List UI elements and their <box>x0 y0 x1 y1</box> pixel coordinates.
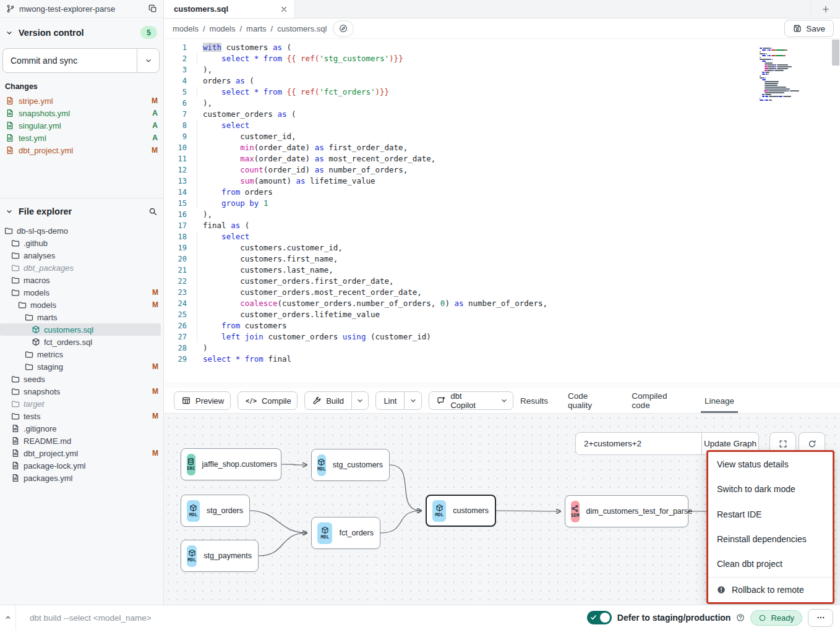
toolbar-dropdown-build[interactable] <box>351 392 368 409</box>
lineage-node-stg-orders[interactable]: MDLstg_orders <box>181 495 250 527</box>
tree-item-target[interactable]: target <box>0 398 161 410</box>
toolbar-dropdown-dbt-copilot[interactable] <box>495 392 513 409</box>
commit-and-sync-button[interactable]: Commit and sync <box>2 48 160 73</box>
tree-item-snapshots[interactable]: snapshotsM <box>0 385 161 398</box>
change-row-test-yml[interactable]: test.ymlA <box>0 132 163 144</box>
tree-item-readme-md[interactable]: README.md <box>0 435 161 447</box>
tree-item-db-sl-qs-demo[interactable]: db-sl-qs-demo <box>0 224 161 237</box>
toolbar-button-lint[interactable]: Lint <box>375 391 422 410</box>
toolbar-button-label[interactable]: Build <box>305 392 351 409</box>
toolbar-button-build[interactable]: Build <box>304 391 369 410</box>
expand-command-bar-button[interactable] <box>0 605 16 630</box>
expand-icon <box>779 440 787 448</box>
toolbar-button-compile[interactable]: Compile <box>238 391 298 410</box>
lineage-filter-input[interactable] <box>576 433 701 454</box>
lineage-canvas[interactable]: SRCjaffle_shop.customersMDLstg_customers… <box>164 413 840 605</box>
branch-row: mwong-test-explorer-parse <box>0 0 163 18</box>
tree-item-package-lock-yml[interactable]: package-lock.yml <box>0 459 161 472</box>
panel-tab-results[interactable]: Results <box>520 388 548 413</box>
save-label: Save <box>806 24 825 33</box>
tree-item-macros[interactable]: macros <box>0 274 161 286</box>
panel-tab-lineage[interactable]: Lineage <box>705 388 734 413</box>
editor-horizontal-scrollbar[interactable] <box>164 382 840 388</box>
toolbar-button-label[interactable]: Compile <box>238 392 298 409</box>
change-row-singular-yml[interactable]: singular.ymlA <box>0 119 163 132</box>
menu-item-clean-dbt-project[interactable]: Clean dbt project <box>708 551 833 576</box>
toolbar-button-label[interactable]: Preview <box>174 392 231 409</box>
menu-item-reinstall-dependencies[interactable]: Reinstall dependencies <box>708 527 833 551</box>
code-text: customer_orders.lifetime_value <box>187 309 380 320</box>
tree-item-staging[interactable]: stagingM <box>0 360 161 373</box>
tree-item-customers-sql[interactable]: customers.sql <box>0 323 161 336</box>
lineage-node-fct-orders[interactable]: MDLfct_orders <box>311 517 380 549</box>
tree-item-fct-orders-sql[interactable]: fct_orders.sql <box>0 336 161 348</box>
save-button[interactable]: Save <box>784 20 834 37</box>
tree-item-metrics[interactable]: metrics <box>0 348 161 360</box>
menu-item-rollback-to-remote[interactable]: Rollback to remote <box>708 577 833 602</box>
file-explorer-header[interactable]: File explorer <box>0 198 163 222</box>
copy-branch-icon[interactable] <box>148 4 157 13</box>
tree-item-packages-yml[interactable]: packages.yml <box>0 472 161 484</box>
commit-and-sync-label[interactable]: Commit and sync <box>3 49 137 72</box>
tree-item-name: db-sl-qs-demo <box>17 226 158 236</box>
tab-customers-sql[interactable]: customers.sql <box>164 0 295 18</box>
tree-item-tests[interactable]: testsM <box>0 410 161 422</box>
help-icon[interactable] <box>736 613 745 622</box>
breadcrumb-item-models[interactable]: models <box>173 24 199 33</box>
defer-toggle[interactable] <box>587 611 612 624</box>
panel-tab-compiled-code[interactable]: Compiled code <box>632 388 685 413</box>
toolbar-button-label[interactable]: dbt Copilot <box>429 392 495 409</box>
panel-tab-code-quality[interactable]: Code quality <box>568 388 612 413</box>
explore-lineage-button[interactable] <box>333 20 354 37</box>
menu-item-view-status-details[interactable]: View status details <box>708 452 833 477</box>
lineage-node-jaffle-shop-customers[interactable]: SRCjaffle_shop.customers <box>181 448 281 480</box>
change-row-dbt-project-yml[interactable]: dbt_project.ymlM <box>0 144 163 156</box>
command-input[interactable]: dbt build --select <model_name> <box>30 613 152 623</box>
indent-guide <box>197 265 197 276</box>
tree-item-dbt-packages[interactable]: dbt_packages <box>0 262 161 274</box>
code-text: select * from {{ ref('stg_customers')}} <box>187 53 403 64</box>
tree-item-analyses[interactable]: analyses <box>0 249 161 262</box>
editor-minimap[interactable] <box>760 48 799 101</box>
toolbar-dropdown-lint[interactable] <box>404 392 421 409</box>
node-type-label: SRC <box>187 466 195 471</box>
toolbar-button-preview[interactable]: Preview <box>174 391 231 410</box>
menu-item-switch-to-dark-mode[interactable]: Switch to dark mode <box>708 477 833 501</box>
lineage-node-stg-customers[interactable]: MDLstg_customers <box>311 449 390 481</box>
change-row-snapshots-yml[interactable]: snapshots.ymlA <box>0 107 163 119</box>
tree-item-seeds[interactable]: seeds <box>0 373 161 385</box>
toolbar-button-label[interactable]: Lint <box>376 392 404 409</box>
code-line: 1with customers as ( <box>164 42 840 53</box>
new-tab-button[interactable] <box>810 0 840 18</box>
lineage-node-stg-payments[interactable]: MDLstg_payments <box>181 540 259 572</box>
close-tab-icon[interactable] <box>280 5 288 14</box>
breadcrumb-item-customers-sql[interactable]: customers.sql <box>277 24 327 33</box>
tree-item-gitignore[interactable]: .gitignore <box>0 422 161 435</box>
toolbar-button-dbt-copilot[interactable]: dbt Copilot <box>429 391 513 410</box>
breadcrumb-item-models[interactable]: models <box>210 24 236 33</box>
breadcrumb-item-marts[interactable]: marts <box>246 24 267 33</box>
tree-item-models[interactable]: modelsM <box>0 299 161 311</box>
tree-item-marts[interactable]: marts <box>0 311 161 323</box>
table-icon <box>182 396 191 405</box>
tree-item-dbt-project-yml[interactable]: dbt_project.ymlM <box>0 447 161 459</box>
lineage-node-customers[interactable]: MDLcustomers <box>426 495 496 527</box>
code-line: 29select * from final <box>164 354 840 365</box>
folder-icon <box>11 288 20 297</box>
tree-item-github[interactable]: .github <box>0 237 161 249</box>
editor-scrollbar[interactable] <box>832 40 839 66</box>
menu-item-restart-ide[interactable]: Restart IDE <box>708 502 833 527</box>
file-icon <box>11 424 20 433</box>
more-options-button[interactable] <box>808 609 833 627</box>
line-number: 22 <box>164 276 187 287</box>
change-row-stripe-yml[interactable]: stripe.ymlM <box>0 95 163 107</box>
search-icon[interactable] <box>148 207 157 216</box>
lineage-node-dim-customers-test-for-parse[interactable]: SEMdim_customers_test_for_parse <box>565 495 688 527</box>
file-icon <box>6 146 14 155</box>
code-editor[interactable]: 1with customers as (2 select * from {{ r… <box>164 39 840 382</box>
folder-icon <box>25 350 33 359</box>
version-control-header[interactable]: Version control 5 <box>0 18 163 45</box>
line-number: 23 <box>164 287 187 298</box>
tree-item-models[interactable]: modelsM <box>0 286 161 299</box>
commit-options-dropdown[interactable] <box>137 49 159 72</box>
